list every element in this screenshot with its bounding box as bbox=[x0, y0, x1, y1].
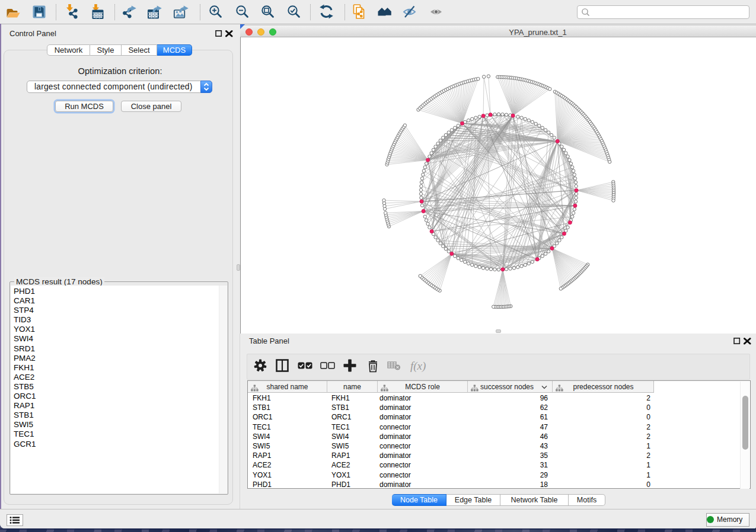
svg-text:f(x): f(x) bbox=[410, 360, 426, 373]
